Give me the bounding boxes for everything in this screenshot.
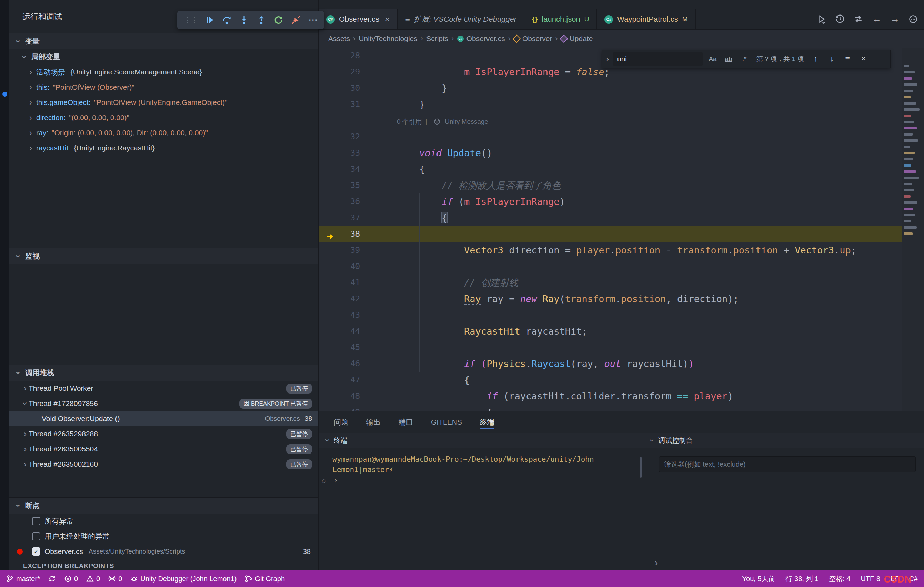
line-number[interactable]: 38	[318, 226, 360, 242]
code-line-35[interactable]: 35 if (m_IsPlayerInRange)	[318, 177, 924, 193]
panel-tab-1[interactable]: 输出	[366, 412, 381, 433]
status-git-graph[interactable]: Git Graph	[245, 575, 285, 583]
line-number[interactable]: 48	[318, 388, 360, 404]
compare-icon[interactable]	[854, 15, 863, 24]
variable-row[interactable]: › this: "PointOfView (Observer)"	[9, 80, 318, 95]
line-number[interactable]: 47	[318, 372, 360, 388]
code-line-39[interactable]: 39	[318, 242, 924, 258]
code-line-40[interactable]: 40 // 创建射线	[318, 258, 924, 274]
code-line-46[interactable]: 46 {	[318, 356, 924, 372]
status-warning[interactable]: 0	[86, 575, 100, 583]
match-case-button[interactable]: Aa	[707, 53, 718, 65]
activity-bar[interactable]	[0, 0, 9, 570]
code-line-49[interactable]: 49 m_GameEnding.CaughtPlayer();	[318, 404, 924, 411]
section-header-variables[interactable]: › 变量	[9, 33, 318, 49]
step-over-button[interactable]	[222, 15, 232, 25]
next-match-icon[interactable]: ↓	[826, 53, 837, 65]
section-exception-breakpoints[interactable]: EXCEPTION BREAKPOINTS	[9, 559, 318, 570]
line-number[interactable]: 39	[318, 242, 360, 258]
checkbox[interactable]	[32, 517, 40, 525]
status-error[interactable]: 0	[64, 575, 78, 583]
previous-match-icon[interactable]: ↑	[810, 53, 822, 65]
code-line-42[interactable]: 42	[318, 291, 924, 307]
code-line-36[interactable]: 36 {	[318, 193, 924, 210]
code-line-45[interactable]: 45 if (Physics.Raycast(ray, out raycastH…	[318, 339, 924, 356]
disconnect-button[interactable]	[291, 15, 300, 25]
close-icon[interactable]: ×	[858, 53, 869, 65]
callstack-thread-row[interactable]: › Thread #2635002160 已暂停	[9, 456, 318, 472]
continue-button[interactable]	[205, 15, 214, 25]
status-right-2[interactable]: 空格: 4	[829, 574, 850, 584]
line-number[interactable]: 29	[318, 64, 360, 80]
line-number[interactable]: 31	[318, 96, 360, 112]
breadcrumb-item[interactable]: Assets	[328, 35, 350, 43]
line-number[interactable]: 37	[318, 210, 360, 226]
tab-2[interactable]: {} launch.json U	[525, 9, 597, 29]
status-debug[interactable]: Unity Debugger (John Lemon1)	[130, 575, 236, 583]
breadcrumb-item[interactable]: Update	[561, 35, 593, 43]
line-number[interactable]: 40	[318, 258, 360, 274]
run-icon[interactable]	[817, 15, 827, 24]
code-line-41[interactable]: 41 Ray ray = new Ray(transform.position,…	[318, 274, 924, 291]
code-line-47[interactable]: 47 if (raycastHit.collider.transform == …	[318, 372, 924, 388]
status-broadcast[interactable]: 0	[108, 575, 122, 583]
code-line-38[interactable]: 38 Vector3 direction = player.position -…	[318, 226, 924, 242]
panel-tab-2[interactable]: 端口	[399, 412, 413, 433]
debug-console-header[interactable]: › 调试控制台	[643, 433, 924, 448]
callstack-thread-row[interactable]: › Thread #1728097856 因 BREAKPOINT 已暂停	[9, 396, 318, 411]
breadcrumb-item[interactable]: C#Observer.cs	[457, 35, 505, 43]
breadcrumb-item[interactable]: UnityTechnologies	[358, 35, 417, 43]
breakpoint-row[interactable]: 所有异常	[9, 514, 318, 529]
line-number[interactable]: 32	[318, 129, 360, 145]
section-header-watch[interactable]: › 监视	[9, 248, 318, 264]
minimap[interactable]	[902, 48, 924, 411]
line-number[interactable]: 45	[318, 339, 360, 356]
command-decoration-icon[interactable]: ○	[322, 476, 325, 486]
line-number[interactable]: 42	[318, 291, 360, 307]
breadcrumb-item[interactable]: Scripts	[426, 35, 448, 43]
line-number[interactable]: 41	[318, 274, 360, 291]
checkbox[interactable]	[32, 532, 40, 541]
codelens-line[interactable]: 0 个引用 | Unity Message	[318, 112, 924, 129]
variable-row[interactable]: › direction: "(0.00, 0.00, 0.00)"	[9, 110, 318, 125]
line-number[interactable]: 28	[318, 48, 360, 64]
find-in-selection-icon[interactable]: ≡	[842, 53, 853, 65]
code-line-34[interactable]: 34 // 检测敌人是否看到了角色	[318, 161, 924, 177]
line-number[interactable]: 44	[318, 323, 360, 339]
callstack-thread-row[interactable]: › Thread Pool Worker 已暂停	[9, 381, 318, 396]
variable-row[interactable]: › ray: "Origin: (0.00, 0.00, 0.00), Dir:…	[9, 125, 318, 141]
find-expand-icon[interactable]: ›	[606, 54, 609, 64]
variable-row[interactable]: › raycastHit: {UnityEngine.RaycastHit}	[9, 141, 318, 155]
code-line-44[interactable]: 44	[318, 323, 924, 339]
debug-console-pane[interactable]: › 调试控制台 ›	[643, 433, 924, 571]
tab-1[interactable]: ≡ 扩展: VSCode Unity Debugger	[398, 9, 525, 29]
variables-scope-local[interactable]: › 局部变量	[9, 49, 318, 64]
code-line-32[interactable]: 32 void Update()	[318, 129, 924, 145]
console-filter-input[interactable]	[659, 456, 916, 472]
tab-3[interactable]: C# WaypointPatrol.cs M	[597, 9, 695, 29]
status-branch[interactable]: master*	[6, 575, 40, 583]
status-sync[interactable]	[48, 575, 56, 582]
line-number[interactable]: 43	[318, 307, 360, 323]
panel-tab-4[interactable]: 终端	[480, 412, 494, 433]
callstack-thread-row[interactable]: › Thread #2635298288 已暂停	[9, 426, 318, 441]
step-out-button[interactable]	[256, 15, 266, 25]
callstack-thread-row[interactable]: › Thread #2635005504 已暂停	[9, 441, 318, 456]
codelens-text[interactable]: 0 个引用 | Unity Message	[397, 114, 488, 130]
code-editor[interactable]: 28 m_IsPlayerInRange = false; 29 } 30 } …	[318, 48, 924, 411]
section-header-callstack[interactable]: › 调用堆栈	[9, 365, 318, 381]
status-right-0[interactable]: You, 5天前	[742, 574, 776, 584]
breakpoint-row[interactable]: 用户未经处理的异常	[9, 529, 318, 544]
whole-word-button[interactable]: ab	[723, 53, 734, 65]
close-icon[interactable]: ×	[385, 15, 389, 24]
code-line-30[interactable]: 30 }	[318, 80, 924, 96]
variable-row[interactable]: › this.gameObject: "PointOfView (UnityEn…	[9, 95, 318, 110]
restart-button[interactable]	[274, 15, 284, 25]
variable-row[interactable]: › 活动场景: {UnityEngine.SceneManagement.Sce…	[9, 64, 318, 80]
code-line-33[interactable]: 33 {	[318, 145, 924, 161]
line-number[interactable]: 34	[318, 161, 360, 177]
status-right-3[interactable]: UTF-8	[861, 575, 880, 583]
checkbox[interactable]: ✓	[32, 547, 40, 556]
line-number[interactable]: 30	[318, 80, 360, 96]
panel-tab-0[interactable]: 问题	[334, 412, 348, 433]
